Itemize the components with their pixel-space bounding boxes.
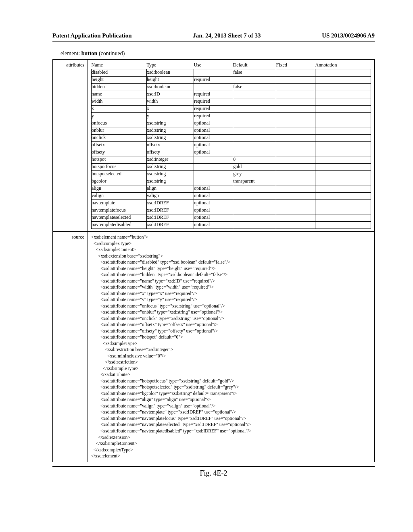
attr-cell-fixed <box>276 135 315 142</box>
attr-cell-use <box>194 69 233 77</box>
attr-cell-use: required <box>194 113 233 120</box>
attr-cell-name: onblur <box>92 127 147 135</box>
attr-cell-annotation <box>315 171 371 178</box>
attr-cell-fixed <box>276 207 315 214</box>
attributes-table: Name Type Use Default Fixed Annotation d… <box>91 62 371 229</box>
attr-cell-default <box>233 193 276 200</box>
attr-cell-type: xsd:string <box>147 178 194 185</box>
attr-cell-annotation <box>315 193 371 200</box>
attr-cell-use: required <box>194 98 233 106</box>
attr-cell-name: name <box>92 91 147 98</box>
attr-cell-type: y <box>147 113 194 120</box>
attr-cell-type: xsd:IDREF <box>147 214 194 222</box>
table-row: hotspotxsd:integer0 <box>92 156 371 164</box>
attr-cell-default: transparent <box>233 178 276 185</box>
source-cell: <xsd:element name="button"> <xsd:complex… <box>88 232 375 462</box>
attr-cell-use: optional <box>194 207 233 214</box>
attr-cell-use: required <box>194 77 233 84</box>
attr-cell-fixed <box>276 178 315 185</box>
attr-cell-fixed <box>276 98 315 106</box>
attr-cell-use: optional <box>194 149 233 156</box>
header-right: US 2013/0024906 A9 <box>318 32 375 39</box>
attr-cell-default: false <box>233 84 276 91</box>
table-row: navtemplatedisabledxsd:IDREFoptional <box>92 222 371 229</box>
header-center: Jan. 24, 2013 Sheet 7 of 33 <box>136 32 318 39</box>
attr-cell-name: onclick <box>92 135 147 142</box>
layout-table: attributes Name Type Use Default Fixed A… <box>52 59 375 462</box>
attr-cell-name: onfocus <box>92 120 147 127</box>
attr-cell-fixed <box>276 127 315 135</box>
attr-cell-fixed <box>276 77 315 84</box>
attr-cell-annotation <box>315 164 371 171</box>
attr-cell-type: align <box>147 185 194 193</box>
attr-cell-name: align <box>92 185 147 193</box>
attr-cell-name: offsetx <box>92 142 147 149</box>
attr-cell-use: optional <box>194 135 233 142</box>
source-code: <xsd:element name="button"> <xsd:complex… <box>91 234 371 459</box>
attr-cell-name: hotspotselected <box>92 171 147 178</box>
attr-cell-annotation <box>315 156 371 164</box>
caption-suffix: (continued) <box>97 50 125 56</box>
figure-label-wrap: Fig. 4E-2 <box>52 462 375 478</box>
attr-cell-name: y <box>92 113 147 120</box>
table-row: navtemplatefocusxsd:IDREFoptional <box>92 207 371 214</box>
attr-cell-name: disabled <box>92 69 147 77</box>
page: Patent Application Publication Jan. 24, … <box>0 0 413 502</box>
attr-cell-annotation <box>315 142 371 149</box>
attr-header-default: Default <box>233 62 276 69</box>
attr-cell-annotation <box>315 178 371 185</box>
attr-cell-default <box>233 200 276 207</box>
attr-cell-type: xsd:boolean <box>147 69 194 77</box>
attr-cell-default <box>233 207 276 214</box>
attributes-label: attributes <box>53 60 88 232</box>
table-row: navtemplatexsd:IDREFoptional <box>92 200 371 207</box>
attr-cell-default: false <box>233 69 276 77</box>
table-row: hotspotfocusxsd:stringgold <box>92 164 371 171</box>
attr-cell-use: optional <box>194 185 233 193</box>
attr-cell-default: gold <box>233 164 276 171</box>
attr-cell-type: offsetx <box>147 142 194 149</box>
attr-cell-fixed <box>276 171 315 178</box>
attr-header-annotation: Annotation <box>315 62 371 69</box>
attr-header-fixed: Fixed <box>276 62 315 69</box>
attr-cell-type: xsd:IDREF <box>147 207 194 214</box>
attr-cell-use: optional <box>194 142 233 149</box>
attr-cell-default: grey <box>233 171 276 178</box>
attr-cell-type: xsd:ID <box>147 91 194 98</box>
table-row: hotspotselectedxsd:stringgrey <box>92 171 371 178</box>
attr-cell-use: optional <box>194 222 233 229</box>
attr-cell-fixed <box>276 164 315 171</box>
attr-cell-use: required <box>194 91 233 98</box>
attr-cell-annotation <box>315 98 371 106</box>
attr-cell-type: xsd:IDREF <box>147 200 194 207</box>
attr-cell-default <box>233 120 276 127</box>
source-label: source <box>53 232 88 462</box>
source-row: source <xsd:element name="button"> <xsd:… <box>53 232 375 462</box>
attr-cell-default <box>233 127 276 135</box>
attr-cell-annotation <box>315 149 371 156</box>
attr-cell-name: hotspot <box>92 156 147 164</box>
attr-cell-type: xsd:string <box>147 120 194 127</box>
attr-cell-use: optional <box>194 200 233 207</box>
attr-cell-name: hotspotfocus <box>92 164 147 171</box>
attributes-cell: Name Type Use Default Fixed Annotation d… <box>88 60 375 232</box>
attr-cell-name: navtemplateselected <box>92 214 147 222</box>
attr-cell-use: optional <box>194 120 233 127</box>
element-caption: element: button (continued) <box>60 50 375 57</box>
attr-cell-use: required <box>194 106 233 113</box>
attr-cell-type: valign <box>147 193 194 200</box>
attr-header-row: Name Type Use Default Fixed Annotation <box>92 62 371 69</box>
attr-cell-name: navtemplatefocus <box>92 207 147 214</box>
attr-cell-annotation <box>315 91 371 98</box>
attr-cell-default <box>233 135 276 142</box>
attr-cell-name: hidden <box>92 84 147 91</box>
attr-cell-name: offsety <box>92 149 147 156</box>
attr-cell-default <box>233 113 276 120</box>
table-row: hiddenxsd:booleanfalse <box>92 84 371 91</box>
attr-cell-annotation <box>315 106 371 113</box>
attr-cell-name: navtemplate <box>92 200 147 207</box>
attr-cell-use <box>194 164 233 171</box>
page-header: Patent Application Publication Jan. 24, … <box>52 32 375 39</box>
attr-cell-fixed <box>276 214 315 222</box>
attr-cell-annotation <box>315 185 371 193</box>
